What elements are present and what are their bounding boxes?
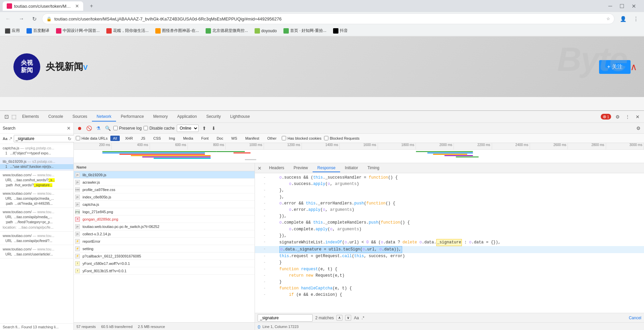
network-list-body[interactable]: js lib_6b19209.js js acrawler.js css pro… — [74, 171, 255, 322]
blocked-cookies-label[interactable]: Has blocked cookies — [282, 136, 321, 140]
network-item-collect[interactable]: js collect-v.3.2.14.js — [74, 230, 255, 238]
tab-console[interactable]: Console — [44, 112, 68, 122]
search-result-match-lib-1[interactable]: 1 ..."use strict";function n(e)(v... — [0, 164, 73, 169]
code-tab-preview[interactable]: Preview — [289, 164, 313, 172]
find-prev-btn[interactable]: ∧ — [336, 315, 342, 321]
account-btn[interactable]: 👤 — [617, 14, 629, 23]
sr-toutiao1-path[interactable]: :path /hot_words/?_signature... — [0, 183, 73, 188]
bookmark-design[interactable]: 中国设计网-中国首... — [54, 27, 102, 34]
network-settings-btn[interactable]: ⚙ — [635, 125, 642, 132]
sr-toutiao1-url[interactable]: URL ...tiao.com/hot_words/?_s... — [0, 178, 73, 183]
sr-toutiao5-url[interactable]: URL ...tiao.com/c/user/article/... — [0, 252, 73, 257]
find-cancel-btn[interactable]: Cancel — [629, 316, 641, 320]
address-bar[interactable]: 🔒 toutiao.com/c/user/token/MS4wLjABAAAAZ… — [42, 13, 614, 24]
import-har-btn[interactable]: ⬆ — [201, 125, 208, 132]
follow-button[interactable]: + 关注 — [599, 60, 631, 74]
bookmark-tugu[interactable]: 图怪兽作图神器-在... — [153, 27, 201, 34]
network-item-reporterror[interactable]: ⚡ reportError — [74, 238, 255, 245]
search-refresh-btn[interactable]: ↻ — [67, 136, 72, 142]
record-network-btn[interactable]: ⏺ — [76, 125, 83, 132]
browser-tab[interactable]: toutiao.com/c/user/token/MS4wLjABAAAAZ-7… — [3, 1, 83, 11]
export-har-btn[interactable]: ⬇ — [210, 125, 217, 132]
sr-toutiao2-url[interactable]: URL ...tiao.com/api/pc/media_... — [0, 196, 73, 201]
inspect-element-btn[interactable]: ⊡ — [3, 113, 10, 121]
sr-toutiao2-path[interactable]: :path ...ot/?media_id=449295... — [0, 201, 73, 206]
filter-xhr[interactable]: XHR — [122, 136, 136, 141]
filter-all[interactable]: All — [110, 136, 120, 141]
tab-memory[interactable]: Memory — [149, 112, 172, 122]
network-item-index-js[interactable]: js index_c8e805b.js — [74, 193, 255, 201]
bookmark-beijing[interactable]: 北京德易堂微商控... — [204, 27, 250, 34]
sr-toutiao3-path[interactable]: :path .../feed/?category=pc_p... — [0, 220, 73, 225]
network-item-captcha[interactable]: js captcha.js — [74, 201, 255, 208]
bookmark-huanuo[interactable]: 花糯，陪你做生活... — [104, 27, 151, 34]
preserve-log-checkbox[interactable] — [113, 126, 118, 130]
bookmark-douyin[interactable]: 抖音 — [331, 27, 350, 34]
disable-cache-checkbox[interactable] — [144, 126, 148, 130]
filter-font[interactable]: Font — [199, 136, 211, 141]
code-tab-timing[interactable]: Timing — [363, 164, 384, 172]
throttle-select[interactable]: Online — [177, 125, 199, 132]
hide-data-urls-label[interactable]: Hide data URLs — [76, 136, 108, 140]
filter-ws[interactable]: WS — [228, 136, 240, 141]
blocked-cookies-checkbox[interactable] — [282, 136, 286, 140]
clear-network-btn[interactable]: 🚫 — [85, 125, 93, 132]
find-input[interactable] — [258, 314, 313, 322]
tab-performance[interactable]: Performance — [116, 112, 149, 122]
filter-other[interactable]: Other — [265, 136, 279, 141]
blocked-requests-checkbox[interactable] — [324, 136, 328, 140]
filter-media[interactable]: Media — [180, 136, 196, 141]
network-item-lib[interactable]: js lib_6b19209.js — [74, 171, 255, 179]
bookmark-doyoudo[interactable]: doyoudo — [253, 28, 279, 34]
scroll-up-chevron[interactable]: ∧ — [630, 61, 637, 73]
code-tab-headers[interactable]: Headers — [264, 164, 289, 172]
disable-cache-label[interactable]: Disable cache — [144, 126, 174, 131]
blocked-requests-label[interactable]: Blocked Requests — [324, 136, 360, 140]
network-item-woff[interactable]: f yFont_c580e17.woff?v=0.0.1 — [74, 260, 255, 267]
search-result-match-captcha-1[interactable]: 1 ...if("object"==typeof expo... — [0, 151, 73, 156]
maximize-btn[interactable]: ☐ — [617, 2, 627, 11]
filter-doc[interactable]: Doc — [214, 136, 226, 141]
find-case-sensitive-label[interactable]: Aa — [354, 316, 359, 320]
devtools-settings-btn[interactable]: ⚙ — [614, 113, 621, 121]
filter-toggle-btn[interactable]: ⚗ — [95, 125, 102, 132]
search-panel-close-btn[interactable]: ✕ — [67, 126, 71, 131]
window-close-btn[interactable]: ✕ — [629, 2, 639, 11]
menu-btn[interactable]: ⋮ — [631, 14, 641, 23]
sr-toutiao4-url[interactable]: URL ...tiao.com/api/pc/feed/?... — [0, 238, 73, 243]
sr-toutiao3-url[interactable]: URL ...tiao.com/api/p/media_... — [0, 215, 73, 220]
devtools-more-btn[interactable]: ⋮ — [624, 113, 631, 121]
device-toggle-btn[interactable]: ⬚ — [10, 113, 17, 121]
network-item-switch[interactable]: js toutiao.web.toutiao.pc-pc-fe_switch.j… — [74, 223, 255, 230]
code-tab-response[interactable]: Response — [313, 164, 340, 172]
regex-option[interactable]: .* — [9, 135, 12, 142]
tab-close-btn[interactable]: ✕ — [75, 3, 79, 9]
find-next-btn[interactable]: ∨ — [345, 315, 351, 321]
new-tab-btn[interactable]: + — [87, 2, 96, 10]
bookmark-apps[interactable]: ⬛ 应用 — [3, 27, 22, 34]
search-network-btn[interactable]: 🔍 — [104, 125, 111, 132]
tab-application[interactable]: Application — [172, 112, 202, 122]
bookmark-baidu[interactable]: 百度翻译 — [24, 27, 51, 34]
code-panel-close-btn[interactable]: ✕ — [255, 164, 264, 172]
forward-btn[interactable]: → — [16, 14, 27, 23]
back-btn[interactable]: ← — [3, 14, 13, 23]
hide-data-urls-checkbox[interactable] — [76, 136, 80, 140]
network-item-gongan[interactable]: ✕ gongan_d0289dc.png — [74, 216, 255, 223]
tab-security[interactable]: Security — [202, 112, 225, 122]
network-item-profile-css[interactable]: css profile_ca978ee.css — [74, 186, 255, 193]
bookmark-haozhi[interactable]: 首页 · 好知网-重拾... — [281, 27, 328, 34]
find-regex-label[interactable]: .* — [362, 316, 364, 320]
network-item-setting[interactable]: ⚡ setting — [74, 245, 255, 252]
devtools-close-btn[interactable]: ✕ — [634, 113, 641, 121]
network-item-callback[interactable]: ⚡ p?callback=_6612_1593091676085 — [74, 252, 255, 260]
filter-img[interactable]: Img — [166, 136, 178, 141]
tab-elements[interactable]: Elements — [17, 112, 44, 122]
search-input[interactable] — [15, 136, 66, 141]
filter-manifest[interactable]: Manifest — [243, 136, 262, 141]
tab-network[interactable]: Network — [92, 112, 116, 122]
network-item-logo[interactable]: png logo_271e845.png — [74, 208, 255, 216]
tab-lighthouse[interactable]: Lighthouse — [225, 112, 255, 122]
network-item-ttf[interactable]: f yFont_8013b15.ttf?v=0.0.1 — [74, 267, 255, 275]
filter-css[interactable]: CSS — [151, 136, 164, 141]
